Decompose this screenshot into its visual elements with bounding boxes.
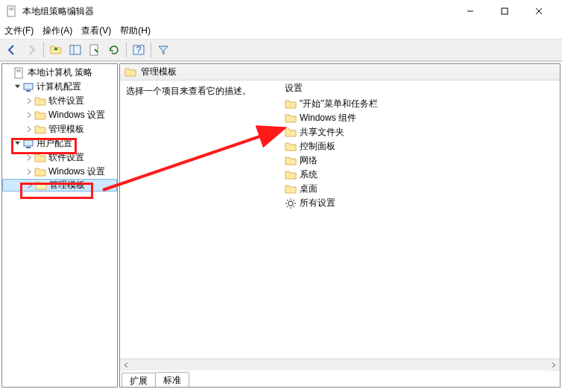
tree-label: 软件设置 — [48, 151, 84, 164]
toolbar-separator — [151, 42, 151, 57]
tab-extended[interactable]: 扩展 — [121, 373, 156, 388]
list-item[interactable]: 所有设置 — [283, 196, 560, 210]
horizontal-scrollbar[interactable] — [120, 358, 560, 370]
folder-icon — [34, 166, 46, 178]
list-item[interactable]: 共享文件夹 — [283, 125, 560, 139]
chevron-right-icon[interactable] — [25, 98, 34, 104]
tree-label: 软件设置 — [48, 95, 84, 107]
list-item-label: 所有设置 — [300, 197, 335, 209]
help-button[interactable]: ? — [130, 41, 148, 59]
tree-item-software[interactable]: 软件设置 — [2, 151, 117, 165]
menu-help[interactable]: 帮助(H) — [120, 25, 151, 37]
view-tabs: 扩展 标准 — [120, 370, 560, 387]
scroll-right-button[interactable] — [548, 359, 560, 371]
tree-label: 用户配置 — [37, 137, 72, 150]
computer-icon — [22, 81, 34, 93]
svg-rect-20 — [90, 45, 98, 55]
tree-label: 管理模板 — [48, 123, 84, 136]
refresh-button[interactable] — [105, 41, 123, 59]
folder-icon — [35, 180, 47, 192]
list-item[interactable]: 桌面 — [283, 182, 560, 196]
scroll-left-button[interactable] — [120, 359, 132, 371]
tree-label: 本地计算机 策略 — [28, 66, 92, 79]
chevron-down-icon[interactable] — [13, 83, 22, 90]
tree-label: Windows 设置 — [48, 109, 105, 121]
app-icon — [6, 5, 18, 17]
folder-icon — [34, 110, 46, 121]
list-item[interactable]: Windows 组件 — [283, 111, 560, 125]
list-item[interactable]: 系统 — [283, 168, 560, 182]
list-item-label: Windows 组件 — [300, 112, 356, 124]
folder-icon — [285, 183, 297, 195]
svg-rect-18 — [70, 45, 80, 54]
description-panel: 选择一个项目来查看它的描述。 — [120, 80, 280, 358]
list-item[interactable]: 网络 — [283, 154, 560, 168]
folder-icon — [285, 169, 297, 181]
filter-button[interactable] — [154, 41, 172, 59]
menu-bar: 文件(F) 操作(A) 查看(V) 帮助(H) — [0, 22, 562, 39]
title-bar: 本地组策略编辑器 — [0, 0, 562, 22]
folder-icon — [34, 124, 46, 136]
tree-item-admin[interactable]: 管理模板 — [2, 122, 117, 136]
forward-button[interactable] — [22, 41, 40, 59]
settings-list: "开始"菜单和任务栏Windows 组件共享文件夹控制面板网络系统桌面所有设置 — [280, 95, 560, 210]
computer-icon — [22, 138, 34, 150]
list-item-label: 桌面 — [300, 183, 318, 195]
chevron-right-icon[interactable] — [25, 154, 34, 161]
folder-icon — [34, 95, 46, 107]
up-button[interactable] — [47, 41, 65, 59]
list-item-label: "开始"菜单和任务栏 — [300, 98, 378, 110]
folder-icon — [285, 127, 297, 139]
chevron-right-icon[interactable] — [25, 112, 34, 118]
toolbar: ? — [0, 39, 562, 61]
window-title: 本地组策略编辑器 — [22, 5, 453, 18]
close-button[interactable] — [522, 0, 556, 22]
list-item-label: 控制面板 — [300, 140, 335, 153]
list-item-label: 共享文件夹 — [300, 126, 344, 139]
column-header-setting[interactable]: 设置 — [280, 80, 560, 95]
folder-icon — [285, 141, 297, 153]
toolbar-separator — [43, 42, 44, 57]
back-button[interactable] — [3, 41, 21, 59]
tree-item-windows[interactable]: Windows 设置 — [2, 165, 117, 179]
tree-item-software[interactable]: 软件设置 — [2, 94, 117, 108]
chevron-right-icon[interactable] — [25, 168, 34, 175]
properties-button[interactable] — [86, 41, 104, 59]
folder-icon — [34, 152, 46, 164]
maximize-button[interactable] — [487, 0, 522, 22]
svg-rect-15 — [502, 8, 508, 14]
tree-item-admin-selected[interactable]: 管理模板 — [2, 179, 117, 192]
tab-standard[interactable]: 标准 — [155, 372, 189, 387]
tree-root[interactable]: 本地计算机 策略 — [2, 66, 117, 80]
menu-action[interactable]: 操作(A) — [42, 25, 72, 37]
toolbar-separator — [126, 42, 127, 57]
chevron-right-icon[interactable] — [25, 126, 34, 133]
menu-file[interactable]: 文件(F) — [4, 25, 34, 37]
description-prompt: 选择一个项目来查看它的描述。 — [126, 86, 251, 96]
settings-icon — [285, 197, 297, 209]
tree-label: Windows 设置 — [48, 165, 105, 178]
tree-label: 计算机配置 — [37, 80, 81, 93]
list-item[interactable]: 控制面板 — [283, 139, 560, 154]
content-header: 管理模板 — [120, 64, 560, 80]
folder-icon — [124, 66, 136, 78]
chevron-down-icon[interactable] — [13, 140, 22, 147]
tree-item-windows[interactable]: Windows 设置 — [2, 108, 117, 122]
tree-computer-config[interactable]: 计算机配置 — [2, 80, 117, 94]
list-item[interactable]: "开始"菜单和任务栏 — [283, 97, 560, 111]
svg-text:?: ? — [136, 45, 142, 55]
navigation-tree[interactable]: 本地计算机 策略 计算机配置 软件设置 — [1, 63, 118, 388]
list-item-label: 系统 — [300, 168, 318, 181]
list-item-label: 网络 — [300, 154, 318, 167]
folder-icon — [285, 98, 297, 110]
folder-icon — [285, 155, 297, 167]
show-hide-tree-button[interactable] — [66, 41, 84, 59]
chevron-right-icon[interactable] — [25, 182, 34, 189]
menu-view[interactable]: 查看(V) — [81, 25, 111, 37]
tree-user-config[interactable]: 用户配置 — [2, 136, 117, 151]
minimize-button[interactable] — [453, 0, 487, 22]
folder-icon — [285, 113, 297, 124]
content-pane: 管理模板 选择一个项目来查看它的描述。 设置 "开始"菜单和任务栏Windows… — [119, 63, 561, 388]
content-header-title: 管理模板 — [141, 66, 177, 78]
doc-icon — [13, 67, 25, 79]
